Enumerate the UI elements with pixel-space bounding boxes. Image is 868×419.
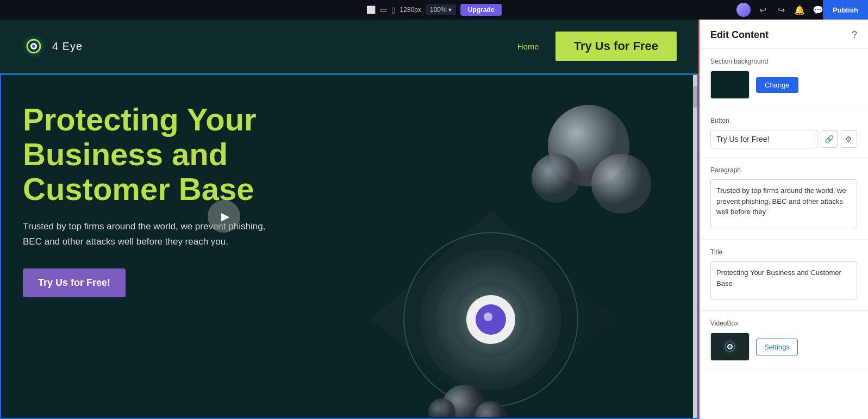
help-icon[interactable]: ? (852, 29, 857, 41)
section-bg-label: Section background (710, 58, 857, 65)
toolbar-center: ⬜ ▭ ▯ 1280px 100% ▾ Upgrade (366, 4, 502, 16)
mobile-icon[interactable]: ▯ (391, 5, 396, 14)
notification-icon[interactable]: 🔔 (793, 5, 806, 15)
tablet-icon[interactable]: ▭ (380, 5, 387, 14)
toolbar: ⬜ ▭ ▯ 1280px 100% ▾ Upgrade ↩ ↪ 🔔 💬 ⚙ 👁 … (0, 0, 868, 20)
svg-point-3 (32, 45, 35, 48)
change-bg-button[interactable]: Change (756, 77, 798, 93)
logo-text: 4 Eye (52, 40, 83, 53)
toolbar-right: ↩ ↪ 🔔 💬 ⚙ 👁 Publish (736, 3, 861, 17)
hero-subtitle: Trusted by top firms around the world, w… (23, 219, 284, 248)
resolution-display: 1280px (400, 6, 421, 14)
svg-point-22 (728, 345, 729, 346)
videobox-row: Settings (710, 333, 857, 361)
logo-icon (22, 34, 46, 58)
nav-home[interactable]: Home (517, 42, 539, 51)
edit-panel: Edit Content ? Section background Change… (698, 20, 868, 419)
avatar[interactable] (736, 3, 751, 17)
gear-icon-btn[interactable]: ⚙ (841, 130, 858, 148)
svg-point-6 (532, 154, 580, 203)
videobox-section: VideoBox Settings (700, 311, 868, 370)
upgrade-button[interactable]: Upgrade (460, 4, 502, 16)
section-background-section: Section background Change (700, 49, 868, 108)
button-text-input[interactable] (710, 130, 817, 148)
hero-content: Protecting Your Business and Customer Ba… (23, 102, 284, 297)
hero-cta-button[interactable]: Try Us for Free! (23, 268, 126, 297)
scrollbar[interactable] (693, 75, 697, 418)
play-icon: ▶ (221, 210, 229, 223)
scrollbar-thumb (693, 86, 697, 108)
zoom-button[interactable]: 100% ▾ (426, 4, 456, 15)
bg-color-swatch[interactable] (710, 71, 750, 99)
main-layout: 4 Eye Home Try Us for Free Protecting Yo… (0, 20, 868, 419)
paragraph-label: Paragraph (710, 166, 857, 174)
publish-button[interactable]: Publish (823, 0, 868, 20)
videobox-label: VideoBox (710, 320, 857, 327)
link-icon-btn[interactable]: 🔗 (821, 130, 838, 148)
title-textarea[interactable]: Protecting Your Business and Customer Ba… (710, 261, 857, 299)
site-nav: Home Try Us for Free (517, 32, 677, 61)
bg-swatch-row: Change (710, 71, 857, 99)
svg-point-14 (484, 312, 492, 321)
hero-title: Protecting Your Business and Customer Ba… (23, 102, 284, 206)
videobox-thumbnail (710, 333, 750, 361)
title-label: Title (710, 248, 857, 256)
button-section: Button 🔗 ⚙ (700, 108, 868, 158)
site-logo: 4 Eye (22, 34, 83, 58)
paragraph-section: Paragraph Trusted by top firms around th… (700, 158, 868, 240)
paragraph-textarea[interactable]: Trusted by top firms around the world, w… (710, 179, 857, 228)
videobox-settings-button[interactable]: Settings (756, 339, 798, 355)
button-label: Button (710, 117, 857, 124)
preview-area: 4 Eye Home Try Us for Free Protecting Yo… (0, 20, 698, 419)
nav-cta-button[interactable]: Try Us for Free (555, 32, 677, 61)
desktop-icon[interactable]: ⬜ (366, 5, 376, 14)
svg-point-5 (591, 154, 651, 214)
edit-panel-title: Edit Content (710, 29, 769, 41)
undo-icon[interactable]: ↩ (756, 5, 769, 15)
eye-graphic (371, 91, 654, 417)
play-button[interactable]: ▶ (208, 200, 240, 233)
redo-icon[interactable]: ↪ (775, 5, 788, 15)
title-section: Title Protecting Your Business and Custo… (700, 240, 868, 311)
button-input-row: 🔗 ⚙ (710, 130, 857, 148)
hero-section: Protecting Your Business and Customer Ba… (0, 74, 698, 419)
edit-panel-header: Edit Content ? (700, 20, 868, 49)
site-header: 4 Eye Home Try Us for Free (0, 20, 698, 74)
